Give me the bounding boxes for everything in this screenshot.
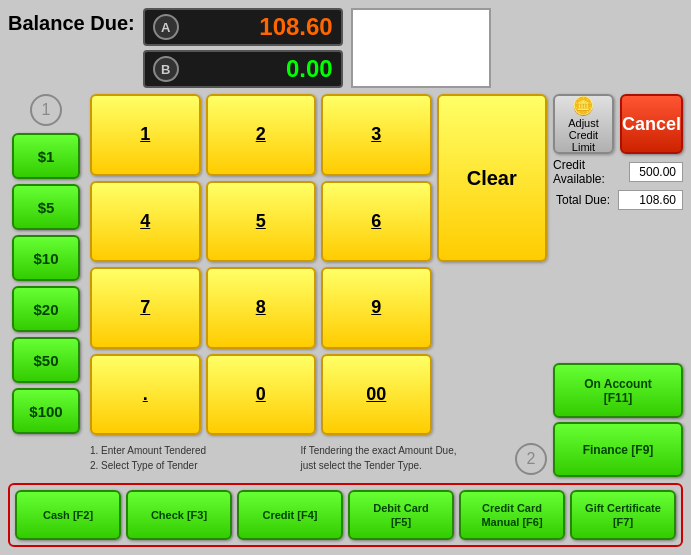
numpad-5[interactable]: 5 — [206, 181, 317, 263]
denom-btn-100[interactable]: $100 — [12, 388, 80, 434]
finance-button[interactable]: Finance [F9] — [553, 422, 683, 477]
numpad-1[interactable]: 1 — [90, 94, 201, 176]
numpad-0[interactable]: 0 — [206, 354, 317, 436]
tender-debit-button[interactable]: Debit Card [F5] — [348, 490, 454, 540]
numpad-dot[interactable]: . — [90, 354, 201, 436]
numpad-9[interactable]: 9 — [321, 267, 432, 349]
balance-displays: A 108.60 B 0.00 — [143, 8, 343, 88]
main-container: Balance Due: A 108.60 B 0.00 1 $1 $5 $10… — [0, 0, 691, 555]
numpad-00[interactable]: 00 — [321, 354, 432, 436]
adjust-credit-button[interactable]: 🪙 Adjust Credit Limit — [553, 94, 614, 154]
balance-value-a: 108.60 — [187, 13, 333, 41]
total-due-row: Total Due: 108.60 — [553, 190, 683, 210]
tender-cash-button[interactable]: Cash [F2] — [15, 490, 121, 540]
tender-credit-button[interactable]: Credit [F4] — [237, 490, 343, 540]
instructions-left: 1. Enter Amount Tendered 2. Select Type … — [90, 443, 281, 477]
numpad-8[interactable]: 8 — [206, 267, 317, 349]
numpad-7[interactable]: 7 — [90, 267, 201, 349]
cancel-button[interactable]: Cancel — [620, 94, 683, 154]
numpad-grid: 1 2 3 Clear 4 5 6 7 8 9 . 0 00 — [90, 94, 547, 435]
numpad-3[interactable]: 3 — [321, 94, 432, 176]
credit-available-value: 500.00 — [629, 162, 683, 182]
denom-btn-5[interactable]: $5 — [12, 184, 80, 230]
total-due-label: Total Due: — [556, 193, 610, 207]
denom-btn-1[interactable]: $1 — [12, 133, 80, 179]
tender-gift-cert-button[interactable]: Gift Certificate [F7] — [570, 490, 676, 540]
instructions: 1. Enter Amount Tendered 2. Select Type … — [90, 443, 547, 477]
finance-label: Finance [F9] — [583, 443, 654, 457]
center-section: 1 2 3 Clear 4 5 6 7 8 9 . 0 00 — [90, 94, 547, 477]
tender-check-button[interactable]: Check [F3] — [126, 490, 232, 540]
bottom-section: Cash [F2] Check [F3] Credit [F4] Debit C… — [8, 483, 683, 547]
instruction-right-text: If Tendering the exact Amount Due,just s… — [301, 443, 492, 473]
credit-available-row: Credit Available: 500.00 — [553, 158, 683, 186]
adjust-credit-label: Adjust Credit Limit — [561, 117, 606, 153]
on-account-label: On Account [F11] — [584, 377, 652, 405]
circle-label-1: 1 — [30, 94, 62, 126]
on-account-button[interactable]: On Account [F11] — [553, 363, 683, 418]
left-column: 1 $1 $5 $10 $20 $50 $100 — [8, 94, 84, 477]
coin-icon: 🪙 — [572, 95, 594, 117]
instructions-right: If Tendering the exact Amount Due,just s… — [301, 443, 492, 477]
denom-btn-20[interactable]: $20 — [12, 286, 80, 332]
credit-available-label: Credit Available: — [553, 158, 621, 186]
total-due-value: 108.60 — [618, 190, 683, 210]
circle-a: A — [153, 14, 179, 40]
numpad-6[interactable]: 6 — [321, 181, 432, 263]
balance-row-a: A 108.60 — [143, 8, 343, 46]
numpad-2[interactable]: 2 — [206, 94, 317, 176]
display-box — [351, 8, 491, 88]
balance-row-b: B 0.00 — [143, 50, 343, 88]
middle-section: 1 $1 $5 $10 $20 $50 $100 1 2 3 Clear 4 5… — [8, 94, 683, 477]
instruction-line-2: 2. Select Type of Tender — [90, 458, 281, 473]
balance-label: Balance Due: — [8, 12, 135, 35]
circle-b: B — [153, 56, 179, 82]
denom-btn-50[interactable]: $50 — [12, 337, 80, 383]
right-column: 🪙 Adjust Credit Limit Cancel Credit Avai… — [553, 94, 683, 477]
top-right-buttons: 🪙 Adjust Credit Limit Cancel — [553, 94, 683, 154]
instruction-line-1: 1. Enter Amount Tendered — [90, 443, 281, 458]
balance-value-b: 0.00 — [187, 55, 333, 83]
numpad-4[interactable]: 4 — [90, 181, 201, 263]
denom-btn-10[interactable]: $10 — [12, 235, 80, 281]
clear-button[interactable]: Clear — [437, 94, 548, 262]
circle-label-2: 2 — [515, 443, 547, 475]
tender-credit-manual-button[interactable]: Credit Card Manual [F6] — [459, 490, 565, 540]
top-section: Balance Due: A 108.60 B 0.00 — [8, 8, 683, 88]
